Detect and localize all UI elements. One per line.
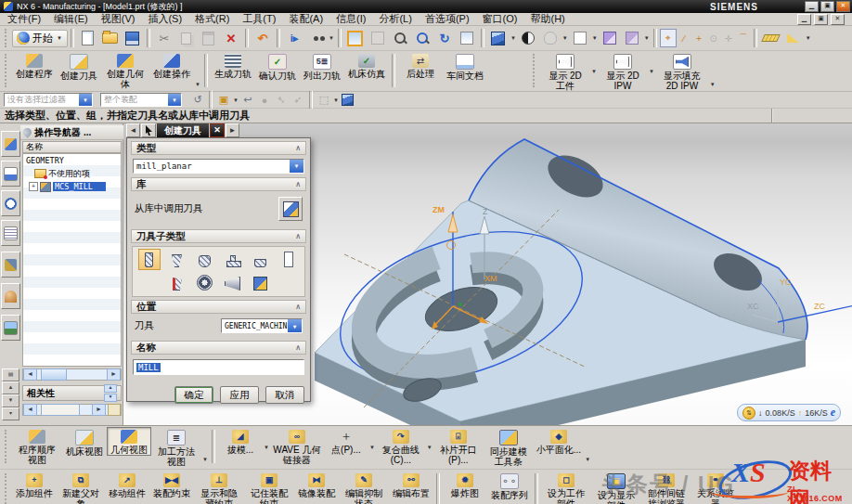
cancel-button[interactable]: 取消 — [265, 386, 304, 404]
dialog-close-button[interactable]: ✕ — [210, 123, 225, 137]
rectangle-select-button[interactable]: ⬚ — [316, 93, 332, 108]
maximize-button[interactable]: ▣ — [820, 1, 834, 12]
chevron-down-icon[interactable]: ▼ — [329, 35, 334, 41]
show-filled-2d-ipw-button[interactable]: 显示填充 2D IPW — [655, 51, 709, 92]
cut-button[interactable]: ✂ — [153, 27, 175, 49]
show-2d-ipw-button[interactable]: 显示 2D IPW — [598, 51, 648, 92]
tools-palette-tab[interactable] — [1, 252, 20, 278]
remember-constraints-button[interactable]: ▣记住装配约束 — [244, 471, 294, 504]
list-toolpath-button[interactable]: 5≣列出刀轨 — [300, 51, 344, 82]
copy-button[interactable] — [175, 27, 198, 49]
rotate-button[interactable]: ↻ — [433, 27, 456, 49]
chevron-down-icon[interactable]: ▼ — [592, 35, 598, 41]
paste-button[interactable] — [198, 27, 220, 49]
ok-button[interactable]: 确定 — [174, 386, 213, 404]
chevron-down-icon[interactable]: ▼ — [510, 35, 516, 41]
dependencies-header[interactable]: 相关性 ▲ ▼ — [22, 385, 122, 401]
chevron-down-icon[interactable]: ▼ — [195, 82, 200, 87]
chevron-down-icon[interactable]: ▼ — [562, 35, 568, 41]
menu-analysis[interactable]: 分析(L) — [379, 12, 411, 26]
panel-dock-button[interactable]: ▤ — [2, 368, 19, 381]
assembly-navigator-tab[interactable] — [1, 161, 20, 187]
tree-row-mcs-mill[interactable]: + MCS_MILL — [23, 180, 121, 193]
doc-close-button[interactable]: ✕ — [831, 14, 845, 25]
menu-view[interactable]: 视图(V) — [101, 12, 136, 26]
wave-geometry-linker-button[interactable]: ∞WAVE 几何链接器 — [270, 427, 324, 466]
navigator-more[interactable]: ... — [84, 127, 91, 137]
undo-button[interactable]: ↶ — [252, 27, 274, 49]
end-point-snap-button[interactable]: ∕ — [677, 30, 691, 46]
refresh-window-button[interactable] — [456, 27, 478, 49]
chevron-down-icon[interactable]: ▼ — [202, 457, 208, 462]
subtype-face-mill-button[interactable] — [250, 249, 272, 270]
network-speed-widget[interactable]: ⇅ ↓0.08K/S ↑ 16K/S e — [737, 404, 841, 421]
machining-method-view-button[interactable]: ≣加工方法视图 — [151, 427, 201, 468]
menu-insert[interactable]: 插入(S) — [148, 12, 182, 26]
collapse-icon[interactable]: ∧ — [295, 343, 301, 352]
navigator-tree[interactable]: GEOMETRY 不使用的项 + MCS_MILL — [22, 153, 122, 367]
collapse-icon[interactable]: ∧ — [295, 232, 301, 240]
scroll-thumb[interactable] — [41, 368, 67, 381]
generate-toolpath-button[interactable]: 生成刀轨 — [211, 51, 255, 80]
subtype-end-mill-button[interactable] — [138, 249, 161, 270]
composite-curve-button[interactable]: ↷复合曲线(C)... — [376, 427, 426, 466]
chevron-down-icon[interactable]: ▼ — [264, 445, 269, 450]
scope-combo[interactable]: 整个装配 ▼ — [100, 93, 182, 107]
exploded-view-button[interactable]: ✹爆炸图 — [443, 471, 487, 499]
mcs-origin-point[interactable] — [458, 303, 462, 306]
point-on-curve-snap-button[interactable]: ⌒ — [736, 30, 751, 46]
chevron-down-icon[interactable]: ▼ — [644, 35, 650, 41]
scroll-thumb[interactable] — [41, 404, 80, 416]
deselect-all-button[interactable]: ➴ — [273, 93, 290, 108]
shop-doc-button[interactable]: 车间文档 — [443, 51, 487, 82]
menu-window[interactable]: 窗口(O) — [483, 12, 518, 26]
create-program-button[interactable]: 创建程序 — [12, 51, 57, 80]
apply-button[interactable]: 应用 — [220, 386, 259, 404]
make-work-part-button[interactable]: ◻设为工作部件 — [541, 471, 591, 504]
draft-button[interactable]: ◢拔模... — [218, 427, 263, 456]
reverse-select-button[interactable]: ↩ — [239, 93, 256, 108]
navigator-hscrollbar[interactable]: ◄ ► — [22, 368, 122, 381]
dialog-back-button[interactable]: ◄ — [126, 123, 140, 137]
new-parent-button[interactable]: ⧉新建父对象 — [57, 471, 105, 504]
reset-filter-button[interactable]: ↺ — [189, 93, 206, 108]
subtype-5-axis-mill-button[interactable] — [166, 272, 188, 293]
library-section-header[interactable]: 库∧ — [131, 177, 306, 191]
zoom-box-button[interactable] — [367, 27, 389, 49]
menu-edit[interactable]: 编辑(E) — [54, 12, 88, 26]
collapse-icon[interactable]: ∧ — [295, 144, 301, 152]
spin-down-icon[interactable]: ▼ — [104, 394, 117, 402]
clip-section-button[interactable] — [599, 27, 621, 49]
save-button[interactable] — [122, 27, 144, 49]
fit-view-button[interactable] — [344, 27, 367, 49]
doc-restore-button[interactable]: ▣ — [814, 14, 828, 25]
gallery-tab[interactable] — [1, 315, 20, 341]
panel-scroll-up-button[interactable]: ▲ — [2, 381, 19, 394]
menu-preferences[interactable]: 首选项(P) — [425, 12, 470, 26]
create-operation-button[interactable]: 创建操作 — [149, 51, 194, 80]
chevron-down-icon[interactable]: ▼ — [806, 35, 811, 41]
retrieve-tool-from-library-button[interactable] — [278, 197, 303, 221]
assembly-constraints-button[interactable]: ▶◀装配约束 — [149, 471, 194, 499]
chevron-down-icon[interactable]: ▼ — [585, 457, 590, 462]
doc-minimize-button[interactable]: ▁ — [797, 14, 811, 25]
collapse-icon[interactable]: ∧ — [295, 303, 301, 311]
dialog-cursor-button[interactable] — [141, 123, 156, 137]
menu-information[interactable]: 信息(I) — [336, 12, 366, 26]
type-section-header[interactable]: 类型∧ — [131, 141, 306, 155]
shaded-view-button[interactable] — [487, 27, 510, 49]
dependencies-hscrollbar[interactable]: ◄ ► — [22, 404, 122, 416]
mirror-assembly-button[interactable]: ⧓镜像装配 — [294, 471, 339, 499]
name-column-header[interactable]: 名称 — [22, 141, 122, 153]
tool-parent-combo[interactable]: GENERIC_MACHIN ▼ — [221, 318, 303, 333]
shaded-select-button[interactable] — [340, 93, 356, 108]
chevron-down-icon[interactable]: ▼ — [290, 160, 303, 173]
background-button[interactable] — [569, 27, 591, 49]
subtype-section-header[interactable]: 刀具子类型∧ — [131, 229, 306, 243]
tree-row-unused[interactable]: 不使用的项 — [23, 167, 121, 180]
subtype-machine-head-button[interactable] — [250, 272, 272, 293]
open-button[interactable] — [99, 27, 122, 49]
subtype-t-cutter-button[interactable] — [222, 249, 244, 270]
measure-angle-button[interactable] — [782, 27, 805, 49]
mid-point-snap-button[interactable]: ＋ — [691, 30, 706, 46]
